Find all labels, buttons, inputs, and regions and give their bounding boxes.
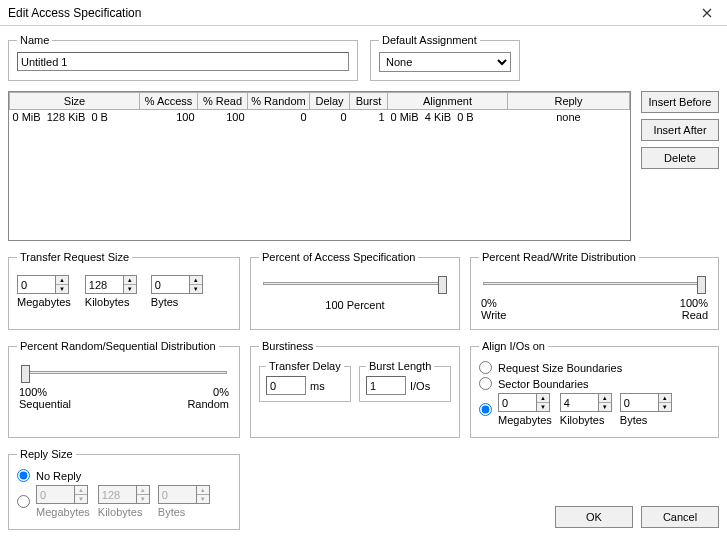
reply-mb-spinner: ▲▼ — [36, 485, 88, 504]
col-random[interactable]: % Random — [248, 93, 310, 110]
transfer-request-size-group: Transfer Request Size ▲▼ Megabytes ▲▼ Ki… — [8, 251, 240, 330]
align-legend: Align I/Os on — [479, 340, 548, 352]
insert-before-button[interactable]: Insert Before — [641, 91, 719, 113]
mb-label: Megabytes — [17, 296, 71, 308]
percent-access-slider[interactable] — [263, 273, 447, 297]
reply-legend: Reply Size — [17, 448, 76, 460]
percent-rw-group: Percent Read/Write Distribution 0% 100% … — [470, 251, 719, 330]
col-size[interactable]: Size — [10, 93, 140, 110]
default-assignment-select[interactable]: None — [379, 52, 511, 72]
percent-access-group: Percent of Access Specification 100 Perc… — [250, 251, 460, 330]
align-mb-spinner[interactable]: ▲▼ — [498, 393, 550, 412]
transfer-delay-group: Transfer Delay ms — [259, 360, 351, 402]
col-delay[interactable]: Delay — [310, 93, 350, 110]
transfer-legend: Transfer Request Size — [17, 251, 132, 263]
reply-kb-spinner: ▲▼ — [98, 485, 150, 504]
ios-label: I/Os — [410, 380, 430, 392]
percent-rw-legend: Percent Read/Write Distribution — [479, 251, 639, 263]
up-arrow-icon[interactable]: ▲ — [56, 276, 68, 285]
spec-table[interactable]: Size % Access % Read % Random Delay Burs… — [8, 91, 631, 241]
default-assignment-legend: Default Assignment — [379, 34, 480, 46]
ms-label: ms — [310, 380, 325, 392]
col-burst[interactable]: Burst — [350, 93, 388, 110]
burstiness-legend: Burstiness — [259, 340, 316, 352]
burst-length-group: Burst Length I/Os — [359, 360, 451, 402]
window-title: Edit Access Specification — [8, 6, 141, 20]
percent-rs-group: Percent Random/Sequential Distribution 1… — [8, 340, 240, 438]
burst-length-input[interactable] — [366, 376, 406, 395]
burstiness-group: Burstiness Transfer Delay ms Burst Lengt… — [250, 340, 460, 438]
col-read[interactable]: % Read — [198, 93, 248, 110]
cancel-button[interactable]: Cancel — [641, 506, 719, 528]
percent-rw-slider[interactable] — [483, 273, 706, 297]
col-access[interactable]: % Access — [140, 93, 198, 110]
name-input[interactable] — [17, 52, 349, 71]
col-reply[interactable]: Reply — [508, 93, 630, 110]
ok-button[interactable]: OK — [555, 506, 633, 528]
reply-b-spinner: ▲▼ — [158, 485, 210, 504]
title-bar: Edit Access Specification — [0, 0, 727, 26]
delete-button[interactable]: Delete — [641, 147, 719, 169]
percent-access-value: 100 Percent — [259, 299, 451, 311]
transfer-mb-spinner[interactable]: ▲▼ — [17, 275, 69, 294]
close-icon — [702, 8, 712, 18]
reply-custom-radio[interactable] — [17, 495, 30, 508]
table-row[interactable]: 0 MiB 128 KiB 0 B 100 100 0 0 1 0 MiB 4 … — [10, 110, 630, 125]
b-label: Bytes — [151, 296, 179, 308]
transfer-delay-input[interactable] — [266, 376, 306, 395]
align-kb-spinner[interactable]: ▲▼ — [560, 393, 612, 412]
table-header-row: Size % Access % Read % Random Delay Burs… — [10, 93, 630, 110]
down-arrow-icon[interactable]: ▼ — [56, 285, 68, 293]
align-custom-radio[interactable] — [479, 403, 492, 416]
percent-rs-legend: Percent Random/Sequential Distribution — [17, 340, 219, 352]
percent-access-legend: Percent of Access Specification — [259, 251, 418, 263]
name-legend: Name — [17, 34, 52, 46]
close-button[interactable] — [693, 3, 721, 23]
percent-rs-slider[interactable] — [21, 362, 227, 386]
kb-label: Kilobytes — [85, 296, 130, 308]
align-sector-radio[interactable] — [479, 377, 492, 390]
transfer-b-spinner[interactable]: ▲▼ — [151, 275, 203, 294]
align-request-radio[interactable] — [479, 361, 492, 374]
align-group: Align I/Os on Request Size Boundaries Se… — [470, 340, 719, 438]
default-assignment-group: Default Assignment None — [370, 34, 520, 81]
no-reply-radio[interactable] — [17, 469, 30, 482]
insert-after-button[interactable]: Insert After — [641, 119, 719, 141]
name-group: Name — [8, 34, 358, 81]
col-alignment[interactable]: Alignment — [388, 93, 508, 110]
reply-size-group: Reply Size No Reply ▲▼ Megabytes ▲▼ Kilo… — [8, 448, 240, 530]
transfer-kb-spinner[interactable]: ▲▼ — [85, 275, 137, 294]
align-b-spinner[interactable]: ▲▼ — [620, 393, 672, 412]
